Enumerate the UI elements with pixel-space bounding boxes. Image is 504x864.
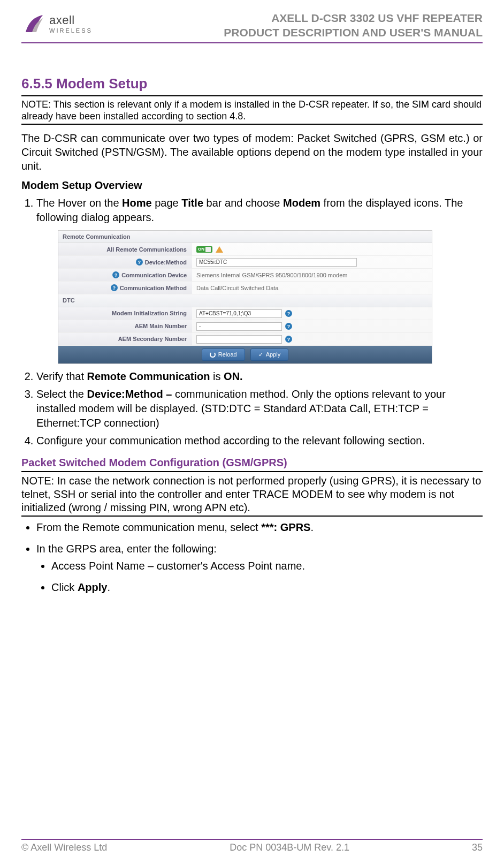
- footer-copyright: © Axell Wireless Ltd: [21, 842, 107, 853]
- brand-logo: axell WIRELESS: [21, 11, 93, 36]
- doc-title-line1: AXELL D-CSR 3302 US VHF REPEATER: [224, 11, 483, 25]
- section-rule: [21, 95, 483, 96]
- value-comm-method: Data Call/Circuit Switched Data: [192, 284, 432, 292]
- label-all-remote-comm: All Remote Communications: [58, 243, 192, 255]
- select-device-method[interactable]: [196, 258, 357, 267]
- doc-title-line2: PRODUCT DESCRIPTION AND USER'S MANUAL: [224, 25, 483, 40]
- reload-button[interactable]: Reload: [202, 348, 245, 361]
- brand-name: axell: [49, 13, 93, 27]
- steps-list: The Hover on the Home page Title bar and…: [21, 196, 483, 449]
- packet-rule: [21, 471, 483, 472]
- label-aem-main: AEM Main Number: [58, 320, 192, 332]
- step-2: Verify that Remote Communication is ON.: [36, 369, 483, 384]
- input-aem-main[interactable]: [196, 322, 282, 331]
- help-icon[interactable]: ?: [285, 323, 292, 330]
- note-gprs: NOTE: In case the network connection is …: [21, 474, 483, 514]
- row-modem-init: Modem Initialization String ?: [58, 307, 432, 320]
- label-comm-device: Communication Device: [121, 271, 187, 279]
- section-rule-end: [21, 124, 483, 125]
- label-comm-method: Communication Method: [120, 284, 187, 292]
- row-comm-device: ?Communication Device Siemens Internal G…: [58, 269, 432, 282]
- warning-icon: [216, 246, 223, 253]
- help-icon[interactable]: ?: [285, 336, 292, 343]
- footer-page-number: 35: [472, 842, 483, 853]
- row-device-method: ?Device:Method: [58, 256, 432, 269]
- bullet-select-gprs: From the Remote communication menu, sele…: [36, 519, 483, 536]
- dialog-footer: Reload Apply: [58, 346, 432, 363]
- row-aem-main: AEM Main Number ?: [58, 320, 432, 333]
- packet-rule-end: [21, 516, 483, 517]
- note-sim: NOTE: This section is relevant only if a…: [21, 98, 483, 123]
- bullet-apn: Access Point Name – customer's Access Po…: [51, 557, 483, 574]
- page-footer: © Axell Wireless Ltd Doc PN 0034B-UM Rev…: [21, 839, 483, 853]
- modem-dialog: Remote Communication All Remote Communic…: [58, 230, 432, 365]
- help-icon[interactable]: ?: [285, 310, 292, 317]
- intro-paragraph: The D-CSR can communicate over two types…: [21, 131, 483, 173]
- packet-switched-heading: Packet Switched Modem Configuration (GSM…: [21, 457, 483, 469]
- reload-icon: [210, 352, 216, 358]
- row-aem-secondary: AEM Secondary Number ?: [58, 333, 432, 346]
- help-icon[interactable]: ?: [136, 259, 143, 266]
- dialog-section-remote-comm: Remote Communication: [58, 231, 432, 244]
- logo-icon: [21, 11, 47, 36]
- doc-title: AXELL D-CSR 3302 US VHF REPEATER PRODUCT…: [224, 11, 483, 40]
- help-icon[interactable]: ?: [112, 271, 119, 278]
- bullet-list: From the Remote communication menu, sele…: [21, 519, 483, 596]
- step-1: The Hover on the Home page Title bar and…: [36, 196, 483, 365]
- page-header: axell WIRELESS AXELL D-CSR 3302 US VHF R…: [21, 11, 483, 43]
- input-modem-init[interactable]: [196, 309, 282, 318]
- dialog-section-dtc: DTC: [58, 294, 432, 307]
- value-comm-device: Siemens Internal GSM/GPRS 950/900/1800/1…: [192, 271, 432, 279]
- row-all-remote-comm: All Remote Communications ON: [58, 243, 432, 256]
- help-icon[interactable]: ?: [111, 284, 118, 291]
- toggle-remote-comm[interactable]: ON: [196, 246, 212, 253]
- brand-sub: WIRELESS: [49, 27, 93, 34]
- input-aem-secondary[interactable]: [196, 335, 282, 344]
- overview-heading: Modem Setup Overview: [21, 179, 483, 192]
- apply-button[interactable]: Apply: [250, 348, 289, 361]
- step-3: Select the Device:Method – communication…: [36, 387, 483, 430]
- bullet-click-apply: Click Apply.: [51, 579, 483, 596]
- label-device-method: Device:Method: [145, 259, 187, 267]
- step-4: Configure your communication method acco…: [36, 434, 483, 448]
- section-heading: 6.5.5 Modem Setup: [21, 75, 483, 92]
- bullet-grps-area: In the GRPS area, enter the following: A…: [36, 540, 483, 596]
- label-aem-secondary: AEM Secondary Number: [58, 333, 192, 345]
- footer-doc-id: Doc PN 0034B-UM Rev. 2.1: [230, 842, 349, 853]
- label-modem-init: Modem Initialization String: [58, 307, 192, 320]
- row-comm-method: ?Communication Method Data Call/Circuit …: [58, 282, 432, 294]
- check-icon: [258, 351, 263, 359]
